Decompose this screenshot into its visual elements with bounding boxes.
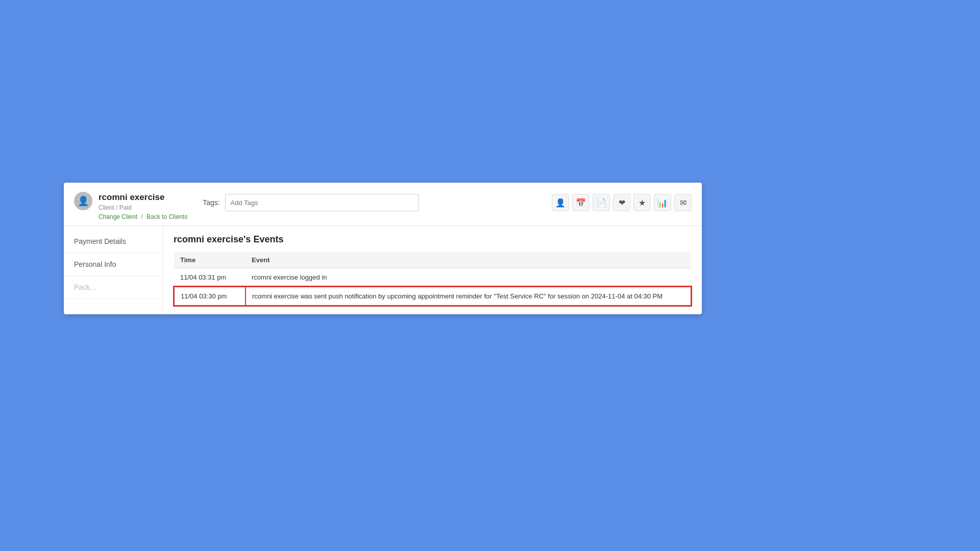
main-card: 👤 rcomni exercise Client / Paid Change C… — [64, 183, 702, 314]
sidebar: Payment Details Personal Info Pack... — [64, 226, 163, 314]
event-time: 11/04 03:31 pm — [174, 268, 246, 287]
calendar-icon-btn[interactable]: 📅 — [572, 194, 590, 211]
avatar: 👤 — [74, 192, 92, 210]
event-column-header: Event — [246, 252, 691, 268]
table-row: 11/04 03:30 pmrcomni exercise was sent p… — [174, 287, 691, 306]
client-info: 👤 rcomni exercise Client / Paid Change C… — [74, 192, 187, 220]
client-links: Change Client / Back to Clients — [99, 213, 187, 220]
tags-input[interactable] — [225, 194, 419, 211]
events-table: Time Event 11/04 03:31 pmrcomni exercise… — [174, 252, 692, 306]
event-description: rcomni exercise logged in — [246, 268, 691, 287]
client-text: rcomni exercise Client / Paid Change Cli… — [99, 192, 187, 220]
star-icon-btn[interactable]: ★ — [633, 194, 651, 211]
event-time: 11/04 03:30 pm — [174, 287, 246, 306]
user-icon-btn[interactable]: 👤 — [552, 194, 569, 211]
card-body: Payment Details Personal Info Pack... rc… — [64, 226, 702, 314]
card-header: 👤 rcomni exercise Client / Paid Change C… — [64, 183, 702, 226]
mail-icon-btn[interactable]: ✉ — [674, 194, 692, 211]
client-status: Client / Paid — [99, 204, 187, 211]
sidebar-item-payment-details[interactable]: Payment Details — [64, 230, 163, 253]
events-title: rcomni exercise's Events — [174, 234, 692, 245]
sidebar-item-personal-info[interactable]: Personal Info — [64, 253, 163, 276]
content-area: rcomni exercise's Events Time Event 11/0… — [163, 226, 702, 314]
client-name: rcomni exercise — [99, 192, 187, 203]
chart-icon-btn[interactable]: 📊 — [654, 194, 671, 211]
link-separator: / — [141, 213, 142, 220]
document-icon-btn[interactable]: 📄 — [593, 194, 610, 211]
toolbar-icons: 👤 📅 📄 ❤ ★ 📊 ✉ — [552, 192, 692, 211]
heart-icon-btn[interactable]: ❤ — [613, 194, 630, 211]
tags-label: Tags: — [203, 198, 219, 207]
table-row: 11/04 03:31 pmrcomni exercise logged in — [174, 268, 691, 287]
change-client-link[interactable]: Change Client — [99, 213, 137, 220]
time-column-header: Time — [174, 252, 246, 268]
table-header-row: Time Event — [174, 252, 691, 268]
back-to-clients-link[interactable]: Back to Clients — [146, 213, 187, 220]
tags-area: Tags: — [203, 192, 536, 211]
sidebar-item-pack[interactable]: Pack... — [64, 276, 163, 299]
event-description: rcomni exercise was sent push notificati… — [246, 287, 691, 306]
